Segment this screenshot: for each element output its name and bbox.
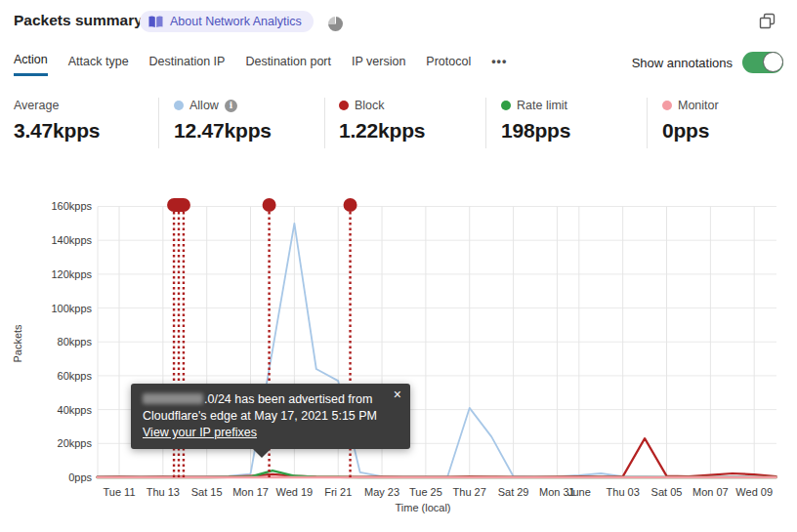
stat-rate-limit: Rate limit 198pps bbox=[501, 98, 570, 143]
y-tick-label: 0pps bbox=[68, 471, 92, 483]
allow-legend-dot bbox=[174, 101, 184, 110]
book-icon bbox=[148, 16, 163, 28]
breakdown-tabs: Action Attack type Destination IP Destin… bbox=[14, 53, 507, 76]
stat-value: 0pps bbox=[662, 119, 719, 143]
y-axis-title: Packets bbox=[12, 324, 23, 363]
y-tick-label: 140kpps bbox=[51, 234, 92, 246]
packets-summary-panel: 160kpps140kpps120kpps100kpps80kpps60kpps… bbox=[0, 0, 797, 532]
x-tick-label: Thu 27 bbox=[453, 486, 486, 498]
tab-protocol[interactable]: Protocol bbox=[426, 53, 471, 76]
x-tick-label: June bbox=[567, 486, 591, 498]
y-tick-label: 100kpps bbox=[51, 303, 92, 314]
tooltip-line-2: Cloudflare's edge at May 17, 2021 5:15 P… bbox=[143, 408, 398, 425]
x-tick-label: Wed 09 bbox=[735, 486, 773, 498]
x-tick-label: Mon 07 bbox=[692, 486, 729, 498]
x-tick-label: Sat 05 bbox=[651, 486, 683, 498]
stat-value: 12.47kpps bbox=[174, 119, 272, 143]
stat-label: Rate limit bbox=[517, 99, 567, 112]
x-axis-title: Time (local) bbox=[395, 502, 450, 513]
monitor-legend-dot bbox=[662, 101, 672, 110]
tab-action[interactable]: Action bbox=[14, 53, 48, 76]
stat-label: Monitor bbox=[678, 99, 719, 112]
pie-progress-icon[interactable] bbox=[328, 17, 343, 31]
tab-attack-type[interactable]: Attack type bbox=[68, 53, 129, 76]
x-tick-label: Fri 21 bbox=[324, 486, 352, 498]
block-legend-dot bbox=[339, 101, 349, 110]
y-tick-label: 80kpps bbox=[58, 336, 93, 348]
stat-divider bbox=[647, 98, 648, 148]
y-tick-label: 60kpps bbox=[58, 370, 93, 382]
rate-limit-legend-dot bbox=[501, 101, 511, 110]
annotation-marker[interactable] bbox=[344, 198, 357, 212]
page-title: Packets summary bbox=[14, 12, 143, 29]
annotation-tooltip: × .0/24 has been advertised from Cloudfl… bbox=[131, 384, 410, 449]
annotation-marker[interactable] bbox=[263, 198, 276, 212]
stat-value: 1.22kpps bbox=[339, 119, 425, 143]
x-tick-label: Tue 25 bbox=[409, 486, 442, 498]
toggle-knob bbox=[763, 52, 783, 72]
stat-divider bbox=[485, 98, 486, 148]
x-tick-label: Mon 17 bbox=[232, 486, 269, 498]
tooltip-line-1: .0/24 has been advertised from bbox=[143, 391, 398, 408]
stat-block: Block 1.22kpps bbox=[339, 98, 425, 143]
tab-destination-port[interactable]: Destination port bbox=[245, 53, 331, 76]
stat-value: 198pps bbox=[501, 119, 570, 143]
y-tick-label: 160kpps bbox=[51, 200, 92, 212]
x-tick-label: Tue 11 bbox=[104, 486, 136, 498]
about-badge-label: About Network Analytics bbox=[170, 15, 302, 28]
stat-label: Block bbox=[355, 99, 385, 112]
stat-allow: Allow i 12.47kpps bbox=[174, 98, 272, 143]
show-annotations-label: Show annotations bbox=[632, 56, 733, 70]
y-tick-label: 20kpps bbox=[58, 437, 93, 449]
redacted-ip-prefix bbox=[143, 393, 203, 404]
tab-destination-ip[interactable]: Destination IP bbox=[149, 53, 226, 76]
show-annotations-toggle[interactable] bbox=[742, 52, 783, 73]
stat-label: Allow bbox=[189, 99, 219, 112]
x-tick-label: Thu 03 bbox=[607, 486, 640, 498]
stat-value: 3.47kpps bbox=[14, 119, 100, 143]
close-icon[interactable]: × bbox=[394, 388, 401, 401]
tooltip-caret bbox=[253, 449, 271, 458]
x-tick-label: May 23 bbox=[364, 486, 399, 498]
x-tick-label: Sat 15 bbox=[191, 486, 223, 498]
x-tick-label: Thu 13 bbox=[147, 486, 180, 498]
stat-monitor: Monitor 0pps bbox=[662, 98, 719, 143]
stat-average: Average 3.47kpps bbox=[14, 98, 100, 143]
about-network-analytics-badge[interactable]: About Network Analytics bbox=[140, 11, 314, 32]
y-tick-label: 120kpps bbox=[51, 268, 92, 280]
y-tick-label: 40kpps bbox=[58, 404, 93, 416]
x-tick-label: Wed 19 bbox=[276, 486, 314, 498]
packets-time-series-chart[interactable]: 160kpps140kpps120kpps100kpps80kpps60kpps… bbox=[0, 0, 797, 532]
tab-ip-version[interactable]: IP version bbox=[352, 53, 405, 76]
more-tabs-icon[interactable]: ••• bbox=[491, 53, 507, 76]
restore-window-icon[interactable] bbox=[759, 13, 776, 29]
x-tick-label: Sat 29 bbox=[498, 486, 529, 498]
annotation-marker[interactable] bbox=[167, 198, 190, 212]
stat-label: Average bbox=[14, 99, 59, 112]
stat-divider bbox=[158, 98, 159, 148]
info-icon[interactable]: i bbox=[225, 100, 237, 112]
stat-divider bbox=[324, 98, 325, 148]
view-ip-prefixes-link[interactable]: View your IP prefixes bbox=[143, 426, 257, 439]
